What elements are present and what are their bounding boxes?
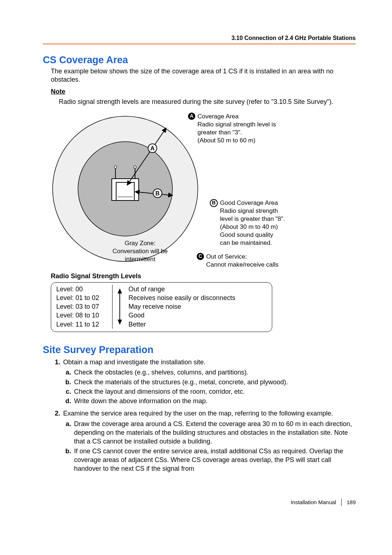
bullet-a-icon: A [188, 113, 195, 120]
rss-desc-2: May receive noise [128, 302, 267, 311]
note-body: Radio signal strength levels are measure… [59, 98, 356, 106]
callout-b-line4: Good sound quality [220, 231, 273, 238]
sub-text: Write down the above information on the … [74, 397, 356, 405]
callout-a-line1: Radio signal strength level is [197, 121, 276, 128]
preparation-list: 1. Obtain a map and investigate the inst… [51, 358, 356, 475]
bullet-b-icon: B [210, 199, 218, 207]
item2-sublist: a.Draw the coverage area around a CS. Ex… [63, 420, 356, 473]
item1-text: Obtain a map and investigate the install… [63, 358, 205, 366]
footer-divider [341, 499, 342, 506]
list-item: b.Check the materials of the structures … [63, 378, 356, 386]
footer-doc-title: Installation Manual [291, 499, 336, 505]
rss-level-2: Level: 03 to 07 [56, 302, 109, 311]
svg-point-4 [114, 166, 117, 169]
rss-arrow-col [113, 285, 127, 329]
callout-a-line2: greater than "3". [197, 129, 242, 136]
bullet-c-icon: C [197, 253, 204, 260]
callout-b-title: Good Coverage Area [220, 199, 278, 206]
item2-number: 2. [51, 409, 63, 475]
sub-letter: b. [63, 447, 74, 473]
item2-text: Examine the service area required by the… [63, 410, 333, 417]
sub-letter: c. [63, 387, 74, 396]
double-arrow-icon [117, 288, 123, 325]
footer-page-number: 189 [347, 499, 356, 505]
rss-level-1: Level: 01 to 02 [56, 293, 109, 302]
callout-a-line3: (About 50 m to 60 m) [197, 137, 256, 144]
sub-letter: b. [63, 378, 74, 386]
list-item: 1. Obtain a map and investigate the inst… [51, 358, 356, 408]
coverage-figure: A B A Coverage Area Radio signal strengt… [51, 113, 356, 269]
rss-level-4: Level: 11 to 12 [56, 320, 109, 329]
callout-c: C Out of Service: Cannot make/receive ca… [197, 253, 278, 269]
item1-number: 1. [51, 358, 63, 408]
sub-text: Check the materials of the structures (e… [74, 378, 356, 386]
callout-a-title: Coverage Area [197, 113, 238, 120]
gray-line3: intermittent [125, 256, 155, 263]
list-item: 2. Examine the service area required by … [51, 409, 356, 475]
heading-site-survey: Site Survey Preparation [43, 344, 356, 356]
callout-b-line5: can be maintained. [220, 239, 272, 246]
callout-c-line1: Cannot make/receive calls [206, 261, 278, 268]
list-item: d.Write down the above information on th… [63, 397, 356, 405]
rss-table: Level: 00 Level: 01 to 02 Level: 03 to 0… [51, 282, 272, 332]
callout-a: A Coverage Area Radio signal strength le… [188, 113, 276, 145]
list-item: a.Check the obstacles (e.g., shelves, co… [63, 368, 356, 377]
list-item: b.If one CS cannot cover the entire serv… [63, 447, 356, 473]
rss-desc-col: Out of range Receives noise easily or di… [127, 285, 267, 329]
callout-b: B Good Coverage Area Radio signal streng… [210, 199, 285, 247]
page-footer: Installation Manual 189 [43, 499, 356, 506]
rss-level-3: Level: 08 to 10 [56, 311, 109, 320]
running-head: 3.10 Connection of 2.4 GHz Portable Stat… [43, 35, 356, 41]
item1-sublist: a.Check the obstacles (e.g., shelves, co… [63, 368, 356, 405]
svg-marker-17 [118, 320, 122, 325]
rss-desc-1: Receives noise easily or disconnects [128, 293, 267, 302]
rss-level-0: Level: 00 [56, 285, 109, 293]
sub-text: Check the obstacles (e.g., shelves, colu… [74, 368, 356, 377]
lead-paragraph: The example below shows the size of the … [51, 67, 356, 84]
callout-b-line2: level is greater than "8". [220, 215, 285, 222]
rss-desc-0: Out of range [128, 285, 267, 293]
svg-rect-7 [116, 182, 134, 200]
sub-text: Check the layout and dimensions of the r… [74, 387, 356, 396]
list-item: c.Check the layout and dimensions of the… [63, 387, 356, 396]
rss-heading: Radio Signal Strength Levels [51, 272, 356, 280]
callout-b-line1: Radio signal strength [220, 207, 278, 214]
sub-text: If one CS cannot cover the entire servic… [74, 447, 356, 473]
sub-text: Draw the coverage area around a CS. Exte… [74, 420, 356, 446]
list-item: a.Draw the coverage area around a CS. Ex… [63, 420, 356, 446]
sub-letter: a. [63, 368, 74, 377]
callout-b-line3: (About 30 m to 40 m) [220, 223, 278, 230]
svg-marker-16 [118, 288, 122, 293]
note-label: Note [51, 88, 356, 96]
callout-c-title: Out of Service: [206, 253, 247, 260]
gray-line2: Conversation will be [113, 248, 168, 255]
header-rule [43, 44, 356, 44]
rss-levels-col: Level: 00 Level: 01 to 02 Level: 03 to 0… [56, 285, 113, 329]
sub-letter: d. [63, 397, 74, 405]
page: 3.10 Connection of 2.4 GHz Portable Stat… [0, 0, 392, 528]
sub-letter: a. [63, 420, 74, 446]
svg-text:A: A [150, 145, 155, 151]
svg-point-5 [134, 166, 136, 169]
rss-desc-4: Better [128, 320, 267, 329]
gray-line1: Gray Zone: [124, 240, 155, 247]
svg-text:B: B [155, 190, 160, 197]
grayzone-caption: Gray Zone: Conversation will be intermit… [104, 239, 176, 263]
heading-cs-coverage: CS Coverage Area [43, 54, 356, 66]
rss-desc-3: Good [128, 311, 267, 320]
